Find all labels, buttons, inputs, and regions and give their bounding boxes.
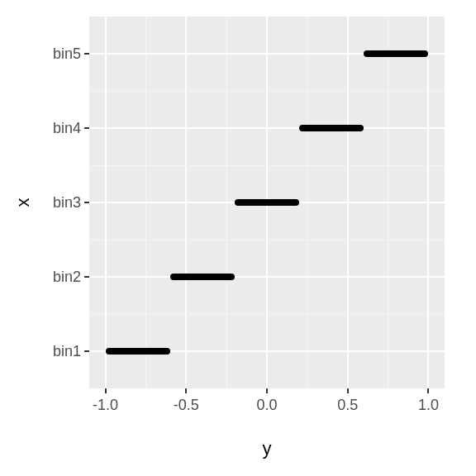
x-tick-label: 0.0: [256, 397, 277, 414]
y-tick-label: bin1: [53, 343, 81, 360]
data-bar: [170, 274, 235, 280]
gridline-major-h: [89, 276, 445, 278]
y-tick-label: bin3: [53, 194, 81, 212]
y-tick-mark: [84, 276, 89, 278]
gridline-minor-h: [89, 91, 445, 92]
y-tick-mark: [84, 202, 89, 203]
y-tick-label: bin5: [53, 45, 81, 63]
y-axis-title: x: [12, 198, 34, 207]
x-tick-label: 1.0: [418, 397, 439, 414]
gridline-minor-h: [89, 240, 445, 240]
y-tick-mark: [84, 350, 89, 352]
chart: bin1bin2bin3bin4bin5 -1.0-0.50.00.51.0 x…: [0, 0, 476, 476]
x-axis-title: y: [263, 438, 272, 459]
x-tick-label: 0.5: [337, 397, 358, 414]
gridline-major-h: [89, 127, 445, 129]
x-tick-mark: [185, 388, 187, 393]
x-tick-label: -1.0: [93, 397, 118, 414]
data-bar: [364, 50, 428, 57]
gridline-minor-h: [89, 314, 445, 315]
gridline-minor-h: [89, 165, 445, 166]
data-bar: [235, 199, 299, 206]
x-tick-label: -0.5: [174, 397, 199, 414]
plot-panel: [89, 17, 445, 388]
y-tick-label: bin2: [53, 269, 81, 286]
y-tick-label: bin4: [53, 120, 81, 137]
y-tick-mark: [84, 53, 89, 55]
x-tick-mark: [266, 388, 268, 393]
y-tick-mark: [84, 127, 89, 129]
data-bar: [106, 348, 170, 355]
x-tick-mark: [105, 388, 107, 393]
x-tick-mark: [427, 388, 429, 393]
data-bar: [299, 125, 364, 131]
x-tick-mark: [347, 388, 349, 393]
